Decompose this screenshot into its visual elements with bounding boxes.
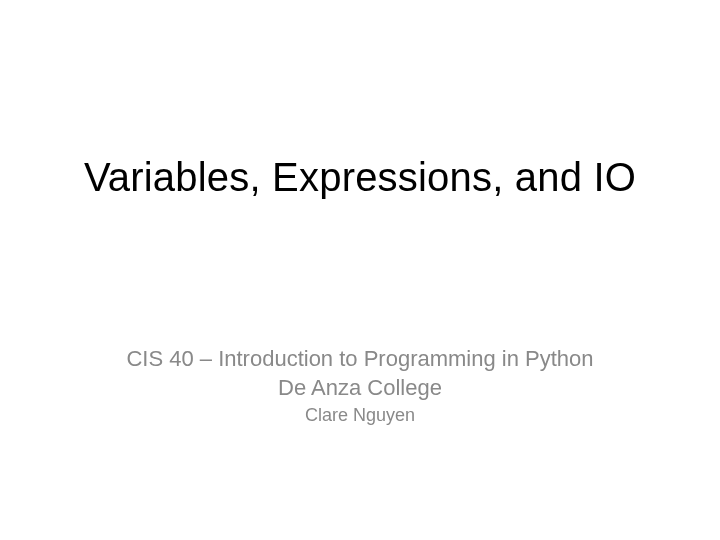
author-name: Clare Nguyen bbox=[126, 404, 593, 427]
subtitle-block: CIS 40 – Introduction to Programming in … bbox=[126, 345, 593, 428]
slide-container: Variables, Expressions, and IO CIS 40 – … bbox=[0, 0, 720, 540]
course-name: CIS 40 – Introduction to Programming in … bbox=[126, 345, 593, 374]
college-name: De Anza College bbox=[126, 374, 593, 403]
slide-title: Variables, Expressions, and IO bbox=[84, 155, 636, 200]
